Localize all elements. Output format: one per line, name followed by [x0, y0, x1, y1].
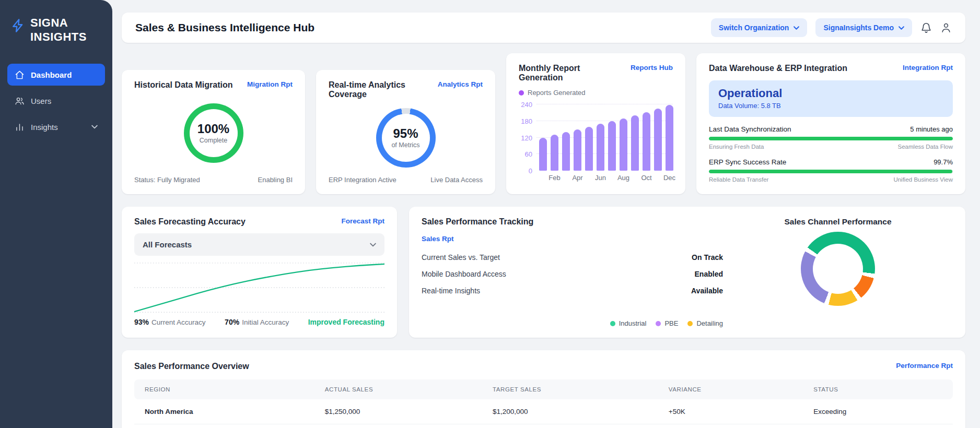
migration-status-text: Status: Fully Migrated — [134, 176, 200, 184]
switch-organization-button[interactable]: Switch Organization — [711, 18, 808, 37]
metric-value: 5 minutes ago — [910, 125, 953, 133]
integration-rpt-link[interactable]: Integration Rpt — [903, 64, 953, 72]
report-bar — [585, 127, 593, 171]
report-bar — [666, 105, 673, 171]
insights-chart-icon — [15, 122, 25, 132]
metric-label: Last Data Synchronization — [709, 125, 791, 133]
cell-target-sales: $1,200,000 — [482, 399, 658, 424]
x-axis-tick: Aug — [617, 174, 629, 182]
channel-legend: Industrial PBE Detailing — [610, 319, 723, 327]
legend-label: Detailing — [696, 319, 723, 327]
legend-dot — [687, 321, 693, 326]
column-header-region: Region — [134, 379, 314, 399]
logo-text: SIGNA INSIGHTS — [30, 16, 87, 44]
tracking-left: Sales Performance Tracking Sales Rpt Cur… — [422, 217, 723, 327]
legend-dot — [519, 90, 524, 96]
legend-dot — [656, 321, 661, 326]
x-axis-tick: Oct — [641, 174, 651, 182]
y-axis-tick: 180 — [521, 117, 532, 125]
analytics-donut-value: 95% — [393, 126, 418, 141]
profile-button[interactable] — [940, 22, 952, 33]
analytics-footer-left: ERP Integration Active — [329, 176, 396, 184]
cell-status: Exceeding — [803, 399, 953, 424]
initial-accuracy-value: 70% — [225, 318, 239, 326]
y-axis-tick: 0 — [529, 167, 532, 175]
progress-bar — [709, 137, 953, 140]
migration-donut-value: 100% — [197, 122, 229, 136]
tracking-row-label: Real-time Insights — [422, 287, 480, 295]
analytics-donut-caption: of Metrics — [391, 141, 419, 149]
metric-value: 99.7% — [934, 158, 953, 166]
chevron-down-icon — [794, 26, 799, 30]
card-title: Sales Performance Tracking — [422, 217, 723, 227]
y-axis-tick: 120 — [521, 134, 532, 141]
tracking-row: Real-time Insights Available — [422, 287, 723, 295]
table-row-partial — [134, 424, 953, 428]
sidebar-item-users[interactable]: Users — [7, 90, 105, 112]
report-bar — [551, 135, 558, 171]
realtime-analytics-card: Real-time Analytics Coverage Analytics R… — [316, 70, 495, 194]
improved-forecasting-label: Improved Forecasting — [308, 318, 384, 326]
sidebar-item-insights[interactable]: Insights — [7, 116, 105, 138]
report-plot — [536, 102, 673, 171]
forecast-filter-dropdown[interactable]: All Forecasts — [134, 233, 384, 256]
table-header-row: Region Actual Sales Target Sales Varianc… — [134, 379, 953, 399]
tracking-row: Mobile Dashboard Access Enabled — [422, 270, 723, 278]
x-axis-tick: Feb — [549, 174, 560, 182]
report-bar — [631, 115, 639, 171]
sidebar-nav: Dashboard Users Insights — [7, 64, 105, 138]
data-volume-text: Data Volume: 5.8 TB — [718, 102, 943, 110]
data-warehouse-card: Data Warehouse & ERP Integration Integra… — [696, 53, 965, 194]
tracking-rows: Current Sales vs. Target On Track Mobile… — [422, 253, 723, 295]
progress-bar — [709, 170, 953, 173]
forecast-line-chart — [134, 259, 384, 318]
performance-rpt-link[interactable]: Performance Rpt — [896, 362, 953, 370]
home-icon — [15, 70, 25, 80]
chevron-down-icon — [899, 26, 904, 30]
current-accuracy-label: Current Accuracy — [151, 318, 206, 326]
historical-data-migration-card: Historical Data Migration Migration Rpt … — [122, 70, 305, 194]
card-title: Sales Forecasting Accuracy — [134, 217, 246, 227]
card-title: Monthly Report Generation — [519, 64, 626, 82]
metric-sub-right: Seamless Data Flow — [898, 144, 953, 150]
report-bars — [536, 102, 673, 171]
sales-rpt-link[interactable]: Sales Rpt — [422, 235, 723, 243]
cell-variance: +50K — [658, 399, 803, 424]
operational-status-banner: Operational Data Volume: 5.8 TB — [709, 80, 953, 117]
channel-performance-title: Sales Channel Performance — [784, 217, 891, 227]
tracking-row-value: Available — [691, 287, 723, 295]
migration-donut: 100% Complete — [184, 103, 243, 163]
report-chart-legend: Reports Generated — [519, 89, 673, 97]
report-bar — [608, 121, 616, 171]
y-axis-tick: 240 — [521, 101, 532, 109]
report-bar — [643, 112, 650, 171]
metric-sub-left: Ensuring Fresh Data — [709, 144, 764, 150]
cell-actual-sales: $1,250,000 — [314, 399, 482, 424]
tracking-row-value: On Track — [692, 253, 723, 261]
sidebar-item-dashboard[interactable]: Dashboard — [7, 64, 105, 86]
monthly-report-generation-card: Monthly Report Generation Reports Hub Re… — [506, 53, 685, 194]
kpi-row: Historical Data Migration Migration Rpt … — [122, 53, 965, 194]
app-logo: SIGNA INSIGHTS — [7, 14, 105, 44]
forecast-rpt-link[interactable]: Forecast Rpt — [341, 217, 384, 225]
reports-hub-link[interactable]: Reports Hub — [631, 64, 673, 72]
column-header-status: Status — [803, 379, 953, 399]
report-bar — [539, 138, 547, 171]
switch-organization-label: Switch Organization — [719, 23, 789, 32]
analytics-rpt-link[interactable]: Analytics Rpt — [438, 80, 483, 88]
notifications-button[interactable] — [920, 22, 932, 33]
organization-name-label: SignaInsights Demo — [823, 23, 894, 32]
tracking-row: Current Sales vs. Target On Track — [422, 253, 723, 261]
organization-select-button[interactable]: SignaInsights Demo — [815, 18, 912, 37]
legend-label: PBE — [664, 319, 678, 327]
cell-region: North America — [134, 399, 314, 424]
report-xlabels: FebAprJunAugOctDec — [539, 174, 673, 182]
column-header-target-sales: Target Sales — [482, 379, 658, 399]
migration-rpt-link[interactable]: Migration Rpt — [247, 80, 293, 88]
user-profile-icon — [940, 22, 952, 33]
metric-label: ERP Sync Success Rate — [709, 158, 786, 166]
erp-sync-metric: ERP Sync Success Rate 99.7% Reliable Dat… — [709, 158, 953, 183]
card-title: Real-time Analytics Coverage — [329, 80, 434, 99]
migration-donut-caption: Complete — [200, 137, 228, 144]
current-accuracy-value: 93% — [134, 318, 149, 326]
